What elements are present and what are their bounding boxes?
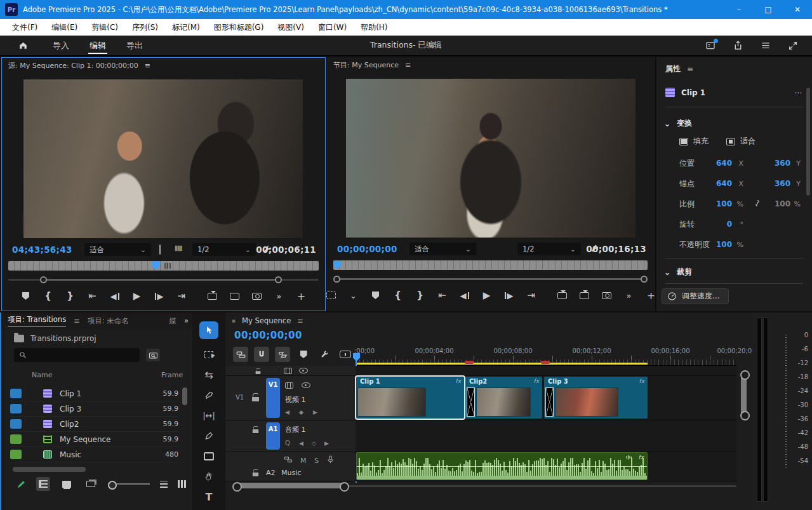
menu-view[interactable]: 视图(V) <box>270 19 311 36</box>
lift-icon[interactable] <box>557 290 568 301</box>
ripple-edit-tool[interactable]: ⇆ <box>199 366 218 384</box>
track-header-v1[interactable]: V1 V1 视频 1 ◀ ◆ ▶ <box>225 376 356 420</box>
insert-icon[interactable] <box>208 290 218 302</box>
panel-menu-icon[interactable]: ≡ <box>297 316 303 325</box>
menu-markers[interactable]: 标记(M) <box>165 19 207 36</box>
project-vertical-scrollbar[interactable] <box>182 387 187 405</box>
export-frame-icon[interactable] <box>252 290 262 302</box>
timeline-clip-1[interactable]: Clip 1 fx <box>356 377 464 419</box>
mark-in-icon[interactable]: { <box>43 290 53 302</box>
comparison-view-icon[interactable] <box>326 290 336 301</box>
freeform-view-button[interactable] <box>84 477 98 491</box>
rectangle-tool[interactable] <box>199 447 218 465</box>
label-color-chip[interactable] <box>10 419 22 429</box>
tab-media-browser-clipped[interactable]: 媒 <box>169 316 176 326</box>
step-forward-icon[interactable]: ▶ <box>504 290 514 301</box>
gain-line[interactable] <box>357 466 647 467</box>
step-forward-icon[interactable]: ▶ <box>154 290 164 302</box>
solo-button[interactable]: S <box>314 457 319 465</box>
panel-menu-icon[interactable]: ≡ <box>74 316 80 325</box>
button-editor-icon[interactable]: + <box>296 290 307 302</box>
track-lane-a2[interactable]: fx <box>356 452 736 481</box>
timeline-settings-wrench-icon[interactable] <box>317 347 332 362</box>
timeline-ruler[interactable]: ;00;00 00;00;04;00 00;00;08;00 00;00;12;… <box>356 346 736 366</box>
export-frame-icon[interactable] <box>602 290 612 301</box>
mark-out-icon[interactable]: } <box>415 290 425 301</box>
zoom-handle-right[interactable] <box>641 276 648 283</box>
search-bin-button[interactable] <box>146 349 160 361</box>
position-y-value[interactable]: 360 <box>765 159 790 168</box>
source-video-frame[interactable] <box>23 79 303 238</box>
zoom-handle-left[interactable] <box>40 276 47 283</box>
drag-video-only-icon[interactable] <box>159 245 161 254</box>
nest-as-sequence-button[interactable] <box>233 347 248 362</box>
transform-section-header[interactable]: ⌄ 变换 <box>664 118 692 129</box>
menu-graphics[interactable]: 图形和标题(G) <box>207 19 271 36</box>
track-header-v2-partial[interactable] <box>225 366 356 376</box>
snap-magnet-button[interactable] <box>254 347 269 362</box>
zoom-handle-right[interactable] <box>275 276 282 283</box>
slip-tool[interactable]: |↔| <box>199 406 218 424</box>
lock-icon[interactable] <box>256 368 261 374</box>
previous-keyframe-icon[interactable]: ◀ <box>299 440 303 446</box>
extract-icon[interactable] <box>580 290 590 301</box>
program-video-frame[interactable] <box>346 79 636 238</box>
overwrite-icon[interactable] <box>230 290 240 302</box>
sync-lock-icon[interactable] <box>284 456 293 463</box>
position-x-value[interactable]: 640 <box>703 159 732 168</box>
mark-in-icon[interactable]: { <box>393 290 403 301</box>
search-input[interactable] <box>30 351 126 359</box>
tab-project-unnamed[interactable]: 项目: 未命名 <box>88 316 129 326</box>
menu-clip[interactable]: 剪辑(C) <box>84 19 125 36</box>
previous-keyframe-icon[interactable]: ◀ <box>285 409 290 415</box>
project-item-clip1[interactable]: Clip 1 59.9 <box>10 386 178 401</box>
selection-tool[interactable] <box>199 321 218 339</box>
anchor-x-value[interactable]: 640 <box>703 179 732 188</box>
lock-icon[interactable] <box>252 393 259 401</box>
type-tool[interactable]: T <box>199 488 218 506</box>
pen-tool[interactable] <box>199 427 218 445</box>
project-item-clip3[interactable]: Clip 3 59.9 <box>10 401 178 417</box>
workspace-menu-icon[interactable] <box>760 41 771 50</box>
chevron-down-icon[interactable]: ⌄ <box>349 290 359 301</box>
source-patch-icon[interactable] <box>284 368 292 374</box>
fullscreen-icon[interactable] <box>788 41 798 51</box>
label-color-chip[interactable] <box>10 450 22 459</box>
go-to-in-icon[interactable]: ⇤ <box>437 290 448 301</box>
project-item-my-sequence[interactable]: My Sequence 59.9 <box>10 432 178 447</box>
go-to-in-icon[interactable]: ⇤ <box>88 290 98 302</box>
learn-panel-icon[interactable] <box>705 41 716 51</box>
menu-help[interactable]: 帮助(H) <box>354 19 394 36</box>
add-marker-icon[interactable] <box>21 290 31 302</box>
project-horizontal-scrollbar[interactable] <box>13 467 86 472</box>
list-view-button[interactable] <box>36 477 50 491</box>
opacity-value[interactable]: 100 <box>703 240 732 249</box>
timeline-tab[interactable]: ▪ My Sequence ≡ <box>232 312 303 329</box>
program-zoom-scrollbar[interactable] <box>333 278 648 280</box>
go-to-out-icon[interactable]: ⇥ <box>526 290 536 301</box>
sort-icon[interactable] <box>160 481 168 488</box>
more-buttons-icon[interactable]: » <box>274 290 284 302</box>
toggle-track-output-icon[interactable] <box>299 368 308 373</box>
source-zoom-select[interactable]: 适合 ⌄ <box>84 243 151 256</box>
more-buttons-icon[interactable]: » <box>624 290 634 301</box>
program-resolution-select[interactable]: 1/2 ⌄ <box>517 243 581 255</box>
track-select-forward-tool[interactable]: ▶ <box>199 346 218 363</box>
timeline-clip-3[interactable]: Clip 3 fx <box>544 377 648 419</box>
minimize-button[interactable]: – <box>724 0 754 19</box>
track-target-v1[interactable]: V1 <box>266 378 280 418</box>
icon-view-button[interactable] <box>60 477 74 491</box>
play-icon[interactable]: ▶ <box>132 290 142 302</box>
close-button[interactable]: ✕ <box>783 0 812 19</box>
linked-selection-button[interactable] <box>275 347 290 362</box>
timeline-audio-clip-music[interactable]: fx <box>356 452 648 480</box>
keyframe-type-icon[interactable]: Q <box>285 440 290 446</box>
anchor-y-value[interactable]: 360 <box>765 179 790 188</box>
program-playhead[interactable] <box>333 261 341 269</box>
drag-audio-only-icon[interactable]: ⦀⦀⦀ <box>175 245 182 253</box>
source-patch-icon[interactable] <box>285 382 293 389</box>
track-name-music[interactable]: Music <box>281 469 301 477</box>
track-lane-v2[interactable] <box>356 366 736 376</box>
button-editor-icon[interactable]: + <box>646 290 656 301</box>
tab-project-transitions[interactable]: 项目: Transitions <box>8 315 66 326</box>
